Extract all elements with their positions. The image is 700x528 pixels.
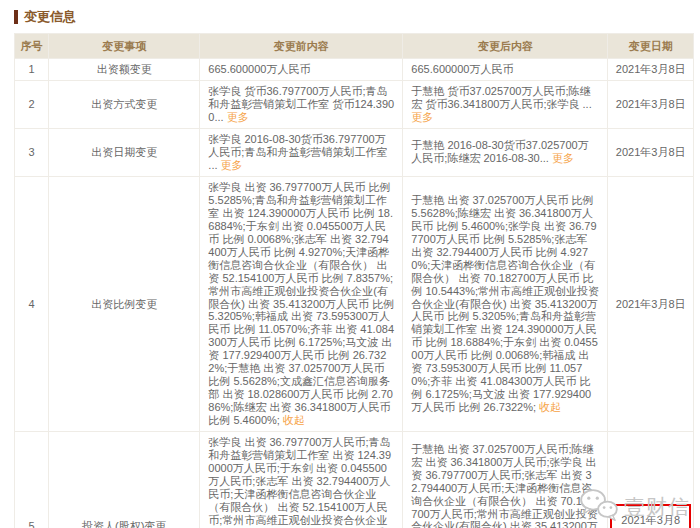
column-header-1: 变更事项 (48, 34, 199, 59)
cell-text: 于慧艳 货币37.025700万人民币;陈继宏 货币36.341800万人民币;… (411, 85, 591, 110)
toggle-detail-link[interactable]: 收起 (539, 401, 561, 413)
watermark: 壹财信 (578, 488, 690, 526)
content-after-change: 于慧艳 2016-08-30货币37.025700万人民币;陈继宏 2016-0… (403, 128, 608, 176)
content-before-change: 张学良 货币36.797700万人民币;青岛和舟益彰营销策划工作室 货币124.… (200, 80, 403, 128)
content-before-change: 张学良 出资 36.797700万人民币;青岛和舟益彰营销策划工作室 出资 12… (200, 432, 403, 528)
change-item: 出资日期变更 (48, 128, 199, 176)
row-number: 4 (15, 176, 49, 431)
toggle-detail-link[interactable]: 更多 (227, 111, 249, 123)
change-item: 投资人(股权)变更 (48, 432, 199, 528)
row-number: 5 (15, 432, 49, 528)
change-date: 2021年3月8日 (608, 128, 694, 176)
column-header-2: 变更前内容 (200, 34, 403, 59)
date-text: 2021年3月8日 (616, 98, 686, 110)
title-accent-bar (14, 10, 18, 24)
date-text: 2021年3月8日 (616, 298, 686, 310)
cell-text: 665.600000万人民币 (208, 63, 310, 75)
change-date: 2021年3月8日 (608, 176, 694, 431)
toggle-detail-link[interactable]: 更多 (552, 152, 574, 164)
content-after-change: 于慧艳 货币37.025700万人民币;陈继宏 货币36.341800万人民币;… (403, 80, 608, 128)
cell-text: 于慧艳 出资 37.025700万人民币;陈继宏 出资 36.341800万人民… (411, 443, 597, 528)
section-title: 变更信息 (14, 8, 694, 26)
change-item: 出资方式变更 (48, 80, 199, 128)
row-number: 3 (15, 128, 49, 176)
change-date: 2021年3月8日 (608, 59, 694, 81)
row-number: 1 (15, 59, 49, 81)
cell-text: 张学良 出资 36.797700万人民币;青岛和舟益彰营销策划工作室 出资 12… (208, 436, 391, 528)
change-item: 出资比例变更 (48, 176, 199, 431)
content-before-change: 665.600000万人民币 (200, 59, 403, 81)
toggle-detail-link[interactable]: 更多 (411, 111, 433, 123)
change-date: 2021年3月8日 (608, 80, 694, 128)
content-after-change: 于慧艳 出资 37.025700万人民币 比例 5.5628%;陈继宏 出资 3… (403, 176, 608, 431)
watermark-text: 壹财信 (624, 493, 690, 521)
column-header-3: 变更后内容 (403, 34, 608, 59)
content-before-change: 张学良 出资 36.797700万人民币 比例 5.5285%;青岛和舟益彰营销… (200, 176, 403, 431)
page-title: 变更信息 (24, 8, 76, 26)
change-info-table: 序号变更事项变更前内容变更后内容变更日期 1出资额变更665.600000万人民… (14, 33, 694, 528)
change-item: 出资额变更 (48, 59, 199, 81)
table-row: 3出资日期变更张学良 2016-08-30货币36.797700万人民币;青岛和… (15, 128, 694, 176)
column-header-0: 序号 (15, 34, 49, 59)
table-row: 4出资比例变更张学良 出资 36.797700万人民币 比例 5.5285%;青… (15, 176, 694, 431)
table-row: 2出资方式变更张学良 货币36.797700万人民币;青岛和舟益彰营销策划工作室… (15, 80, 694, 128)
toggle-detail-link[interactable]: 更多 (221, 159, 243, 171)
table-header-row: 序号变更事项变更前内容变更后内容变更日期 (15, 34, 694, 59)
content-before-change: 张学良 2016-08-30货币36.797700万人民币;青岛和舟益彰营销策划… (200, 128, 403, 176)
column-header-4: 变更日期 (608, 34, 694, 59)
cell-text: 于慧艳 出资 37.025700万人民币 比例 5.5628%;陈继宏 出资 3… (411, 194, 599, 414)
table-row: 1出资额变更665.600000万人民币665.600000万人民币2021年3… (15, 59, 694, 81)
toggle-detail-link[interactable]: 收起 (283, 414, 305, 426)
content-after-change: 665.600000万人民币 (403, 59, 608, 81)
date-text: 2021年3月8日 (616, 146, 686, 158)
date-text: 2021年3月8日 (616, 63, 686, 75)
cell-text: 张学良 出资 36.797700万人民币 比例 5.5285%;青岛和舟益彰营销… (208, 181, 394, 426)
row-number: 2 (15, 80, 49, 128)
wechat-icon (578, 488, 620, 526)
change-info-page: 变更信息 序号变更事项变更前内容变更后内容变更日期 1出资额变更665.6000… (0, 0, 700, 528)
cell-text: 665.600000万人民币 (411, 63, 513, 75)
